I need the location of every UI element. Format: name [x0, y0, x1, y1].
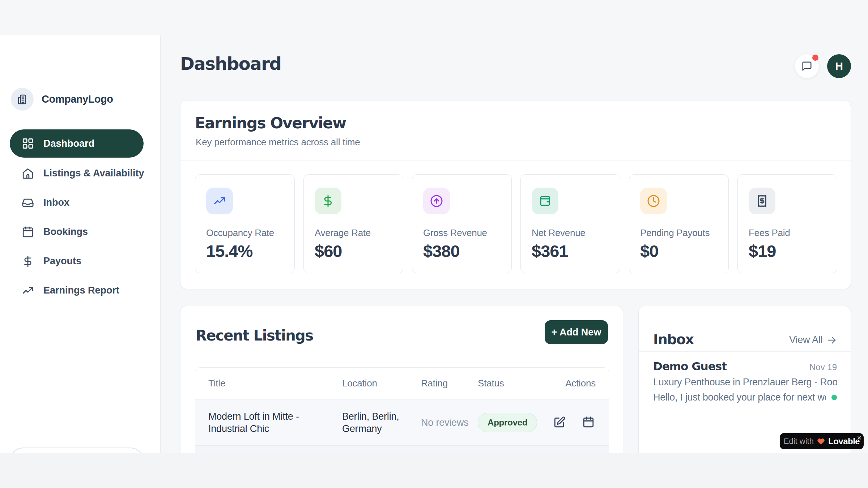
metric-label: Average Rate: [315, 227, 371, 239]
sidebar-item-inbox[interactable]: Inbox: [10, 188, 144, 217]
lovable-heart-icon: [817, 437, 825, 445]
sidebar-item-label: Inbox: [43, 197, 69, 208]
inbox-message-item[interactable]: Demo Guest Nov 19 Luxury Penthouse in Pr…: [639, 352, 851, 406]
logo: CompanyLogo: [11, 88, 113, 111]
sidebar: CompanyLogo Dashboard Listings & Availab…: [0, 35, 161, 453]
sidebar-item-label: Earnings Report: [43, 285, 119, 296]
avatar[interactable]: H: [827, 54, 851, 78]
message-preview: Hello, I just booked your place for next…: [653, 392, 826, 403]
sidebar-item-label: Listings & Availability: [43, 168, 144, 179]
metric-label: Pending Payouts: [640, 227, 710, 239]
edit-listing-button[interactable]: [553, 416, 566, 429]
message-preview-row: Hello, I just booked your place for next…: [653, 392, 837, 403]
badge-brand: Lovable: [828, 436, 860, 446]
metric-net-revenue: Net Revenue $361: [520, 174, 620, 273]
inbox-title: Inbox: [653, 331, 694, 347]
listing-title-cell: Modern Loft in Mitte - Industrial Chic: [208, 410, 342, 435]
calendar-icon: [22, 226, 34, 238]
sidebar-item-earnings-report[interactable]: Earnings Report: [10, 276, 144, 305]
home-icon: [22, 167, 34, 180]
listing-actions-cell: [553, 416, 604, 429]
metric-value: $19: [749, 241, 776, 261]
sidebar-item-bookings[interactable]: Bookings: [10, 217, 144, 247]
metric-value: $0: [640, 241, 658, 261]
listing-status-cell: Approved: [478, 413, 553, 432]
message-date: Nov 19: [809, 362, 837, 372]
column-header-status: Status: [478, 378, 553, 389]
divider: [180, 353, 623, 353]
column-header-location: Location: [342, 378, 421, 389]
column-header-actions: Actions: [553, 378, 596, 389]
edit-pencil-icon: [553, 416, 566, 428]
metrics-row: Occupancy Rate 15.4% Average Rate $60 Gr…: [195, 174, 837, 273]
metric-value: $60: [315, 241, 342, 261]
calendar-icon: [582, 416, 595, 428]
earnings-title: Earnings Overview: [195, 114, 346, 132]
sidebar-item-payouts[interactable]: Payouts: [10, 247, 144, 276]
logo-text: CompanyLogo: [42, 93, 113, 105]
badge-prefix: Edit with: [784, 437, 814, 446]
view-all-link[interactable]: View All: [789, 334, 837, 346]
close-icon[interactable]: ×: [857, 433, 861, 442]
view-all-label: View All: [789, 334, 822, 346]
clock-icon: [640, 188, 667, 214]
arrow-right-icon: [827, 335, 837, 345]
metric-occupancy-rate: Occupancy Rate 15.4%: [195, 174, 295, 273]
trending-up-icon: [206, 188, 233, 214]
grid-icon: [22, 137, 34, 150]
metric-gross-revenue: Gross Revenue $380: [412, 174, 512, 273]
metric-label: Occupancy Rate: [206, 227, 274, 239]
sidebar-item-label: Payouts: [43, 256, 81, 267]
column-header-rating: Rating: [421, 378, 478, 389]
notification-dot: [812, 55, 818, 61]
metric-value: $380: [423, 241, 460, 261]
calendar-listing-button[interactable]: [582, 416, 595, 429]
page-title: Dashboard: [180, 53, 281, 74]
earnings-overview-card: Earnings Overview Key performance metric…: [180, 100, 851, 289]
edit-with-lovable-badge[interactable]: Edit with Lovable ×: [780, 433, 864, 449]
earnings-subtitle: Key performance metrics across all time: [196, 137, 360, 148]
metric-average-rate: Average Rate $60: [303, 174, 403, 273]
bottom-strip: [0, 453, 868, 488]
receipt-dollar-icon: [749, 188, 775, 214]
recent-listings-title: Recent Listings: [196, 327, 313, 344]
listing-location-cell: Berlin, Berlin, Germany: [342, 410, 421, 435]
column-header-title: Title: [208, 378, 342, 389]
sidebar-nav: Dashboard Listings & Availability Inbox: [10, 129, 144, 305]
inbox-tray-icon: [22, 197, 34, 209]
metric-fees-paid: Fees Paid $19: [737, 174, 837, 273]
sidebar-item-label: Dashboard: [43, 138, 94, 149]
metric-pending-payouts: Pending Payouts $0: [629, 174, 729, 273]
chat-button[interactable]: [795, 54, 819, 78]
metric-label: Fees Paid: [749, 227, 790, 239]
metric-value: 15.4%: [206, 241, 252, 261]
dollar-icon: [315, 188, 341, 214]
chat-bubble-icon: [801, 61, 812, 72]
add-new-button[interactable]: + Add New: [545, 320, 608, 344]
metric-value: $361: [532, 241, 568, 261]
dollar-icon: [22, 255, 34, 267]
metric-label: Net Revenue: [532, 227, 585, 239]
listing-rating-cell: No reviews: [421, 416, 478, 429]
unread-dot: [831, 395, 837, 400]
building-logo-icon: [11, 88, 34, 111]
divider: [180, 160, 851, 161]
table-row: Modern Loft in Mitte - Industrial Chic B…: [195, 399, 609, 446]
wallet-icon: [532, 188, 558, 214]
metric-label: Gross Revenue: [423, 227, 487, 239]
sidebar-item-dashboard[interactable]: Dashboard: [10, 129, 144, 158]
arrow-up-circle-icon: [423, 188, 450, 214]
trending-up-icon: [22, 284, 34, 297]
status-badge: Approved: [478, 413, 537, 432]
message-sender: Demo Guest: [653, 360, 727, 373]
sidebar-item-listings[interactable]: Listings & Availability: [10, 159, 144, 188]
message-subject: Luxury Penthouse in Prenzlauer Berg - Ro…: [653, 377, 837, 388]
table-header-row: Title Location Rating Status Actions: [195, 368, 609, 399]
sidebar-item-label: Bookings: [43, 226, 88, 237]
